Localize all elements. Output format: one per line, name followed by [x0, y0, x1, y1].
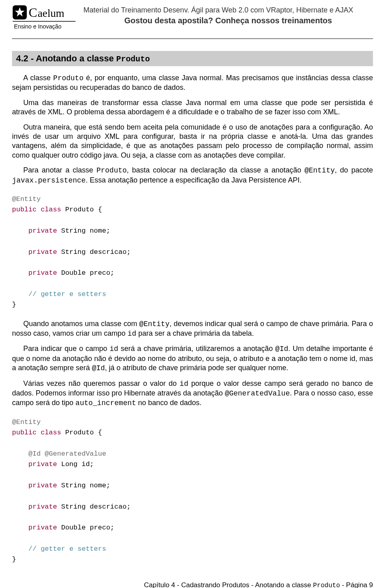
section-number-title: 4.2 - Anotando a classe — [16, 53, 116, 63]
code-keyword: private — [28, 269, 57, 277]
inline-code: Produto — [96, 166, 127, 174]
page-footer: Capítulo 4 - Cadastrando Produtos - Anot… — [12, 581, 373, 588]
section-title-code: Produto — [116, 55, 150, 64]
code-text: String nome; — [57, 227, 110, 235]
svg-text:C: C — [29, 5, 37, 20]
code-keyword: private — [28, 248, 57, 256]
text: Para indicar que o campo — [23, 345, 109, 353]
inline-code: id — [128, 330, 136, 338]
caelum-logo: C aelum Ensino e Inovação — [12, 4, 76, 34]
paragraph-2: Uma das maneiras de transformar essa cla… — [12, 98, 373, 117]
text: . Essa anotação pertence a especificação… — [86, 176, 302, 184]
header-subtitle: Material do Treinamento Desenv. Ágil par… — [83, 6, 373, 14]
header-divider — [12, 39, 373, 39]
inline-code: id — [109, 345, 118, 353]
code-keyword: public class — [12, 206, 61, 213]
text: , basta colocar na declaração da classe … — [127, 166, 304, 174]
code-text: Produto { — [61, 206, 102, 213]
text: Quando anotamos uma classe com — [23, 320, 139, 328]
text: , já o atributo de chave primária pode s… — [105, 364, 288, 372]
code-annotation: @Entity — [12, 195, 41, 203]
code-text: Long id; — [57, 460, 94, 468]
inline-code: auto_increment — [75, 399, 136, 407]
text: , do pacote — [335, 166, 373, 174]
code-text: Produto { — [61, 429, 102, 436]
code-keyword: private — [28, 460, 57, 468]
paragraph-7: Várias vezes não queremos passar o valor… — [12, 379, 373, 408]
inline-code: @Entity — [304, 166, 335, 174]
inline-code: @GeneratedValue — [225, 389, 290, 397]
footer-text: Capítulo 4 - Cadastrando Produtos - Anot… — [144, 581, 313, 588]
svg-text:Ensino e Inovação: Ensino e Inovação — [14, 23, 61, 30]
inline-code: Produto — [313, 582, 340, 588]
code-text: Double preco; — [57, 269, 114, 277]
text: Para anotar a classe — [23, 166, 96, 174]
text: será a chave primária, utilizaremos a an… — [118, 345, 275, 353]
code-text: Double preco; — [57, 524, 114, 531]
code-keyword: private — [28, 482, 57, 489]
paragraph-4: Para anotar a classe Produto, basta colo… — [12, 166, 373, 185]
text: no banco de dados. — [136, 399, 201, 407]
code-keyword: private — [28, 503, 57, 511]
paragraph-5: Quando anotamos uma classe com @Entity, … — [12, 319, 373, 339]
code-text: String descricao; — [57, 503, 131, 511]
code-text: } — [12, 556, 16, 563]
code-annotation: @Entity — [12, 418, 41, 426]
code-annotation: @Id @GeneratedValue — [28, 450, 106, 458]
inline-code: @Entity — [139, 320, 170, 328]
code-comment: // getter e setters — [28, 290, 106, 298]
code-text: String descricao; — [57, 248, 131, 256]
inline-code: @Id — [275, 345, 288, 353]
text: Várias vezes não queremos passar o valor… — [23, 379, 180, 387]
code-block-1: @Entity public class Produto { private S… — [12, 194, 373, 310]
code-keyword: private — [28, 524, 57, 531]
code-keyword: public class — [12, 429, 61, 436]
code-comment: // getter e setters — [28, 545, 106, 553]
header-title-link[interactable]: Gostou desta apostila? Conheça nossos tr… — [83, 16, 373, 25]
header-text: Material do Treinamento Desenv. Ágil par… — [83, 6, 373, 25]
inline-code: Produto — [53, 74, 84, 82]
text: A classe — [23, 74, 53, 82]
section-heading: 4.2 - Anotando a classe Produto — [12, 51, 373, 66]
svg-text:aelum: aelum — [38, 7, 64, 19]
inline-code: id — [180, 380, 188, 388]
paragraph-3: Outra maneira, que está sendo bem aceita… — [12, 123, 373, 160]
footer-text: - Página 9 — [340, 581, 373, 588]
paragraph-1: A classe Produto é, por enquanto, uma cl… — [12, 73, 373, 93]
code-block-2: @Entity public class Produto { @Id @Gene… — [12, 417, 373, 565]
page-header: C aelum Ensino e Inovação Material do Tr… — [12, 4, 373, 34]
page: C aelum Ensino e Inovação Material do Tr… — [0, 0, 385, 588]
code-text: } — [12, 301, 16, 308]
inline-code: javax.persistence — [12, 176, 86, 185]
paragraph-6: Para indicar que o campo id será a chave… — [12, 344, 373, 373]
inline-code: @Id — [92, 364, 105, 372]
text: para ser a chave primária da tabela. — [136, 329, 254, 337]
code-text: String nome; — [57, 482, 110, 489]
code-keyword: private — [28, 227, 57, 235]
